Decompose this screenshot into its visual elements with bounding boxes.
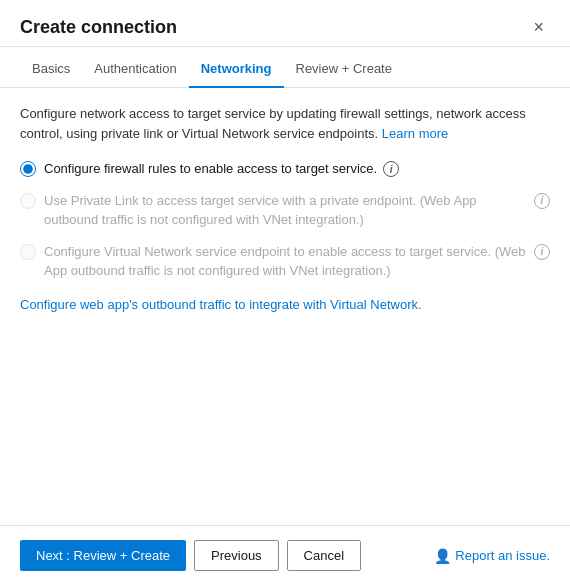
radio-label-1[interactable]: Configure firewall rules to enable acces… xyxy=(44,159,377,179)
radio-option-3: Configure Virtual Network service endpoi… xyxy=(20,242,550,281)
radio-label-2: Use Private Link to access target servic… xyxy=(44,191,528,230)
radio-option-1[interactable]: Configure firewall rules to enable acces… xyxy=(20,159,550,179)
dialog-footer: Next : Review + Create Previous Cancel 👤… xyxy=(0,525,570,585)
radio-label-3: Configure Virtual Network service endpoi… xyxy=(44,242,528,281)
previous-button[interactable]: Previous xyxy=(194,540,279,571)
dialog-header: Create connection × xyxy=(0,0,570,47)
close-button[interactable]: × xyxy=(527,16,550,38)
radio-option-2: Use Private Link to access target servic… xyxy=(20,191,550,230)
networking-options: Configure firewall rules to enable acces… xyxy=(20,159,550,281)
cancel-button[interactable]: Cancel xyxy=(287,540,361,571)
report-issue-link[interactable]: 👤 Report an issue. xyxy=(434,548,550,564)
info-icon-1: i xyxy=(383,161,399,177)
vnet-link[interactable]: Configure web app's outbound traffic to … xyxy=(20,297,422,312)
tab-authentication[interactable]: Authentication xyxy=(82,51,188,88)
dialog-title: Create connection xyxy=(20,17,177,38)
tab-review-create[interactable]: Review + Create xyxy=(284,51,404,88)
info-icon-3: i xyxy=(534,244,550,260)
tab-networking[interactable]: Networking xyxy=(189,51,284,88)
vnet-link-section: Configure web app's outbound traffic to … xyxy=(20,297,550,312)
description-text: Configure network access to target servi… xyxy=(20,104,550,143)
create-connection-dialog: Create connection × Basics Authenticatio… xyxy=(0,0,570,585)
tab-bar: Basics Authentication Networking Review … xyxy=(0,51,570,88)
next-button[interactable]: Next : Review + Create xyxy=(20,540,186,571)
learn-more-link[interactable]: Learn more xyxy=(382,126,448,141)
tab-content: Configure network access to target servi… xyxy=(0,88,570,525)
report-icon: 👤 xyxy=(434,548,451,564)
tab-basics[interactable]: Basics xyxy=(20,51,82,88)
radio-input-3 xyxy=(20,244,36,260)
info-icon-2: i xyxy=(534,193,550,209)
radio-input-2 xyxy=(20,193,36,209)
radio-input-1[interactable] xyxy=(20,161,36,177)
